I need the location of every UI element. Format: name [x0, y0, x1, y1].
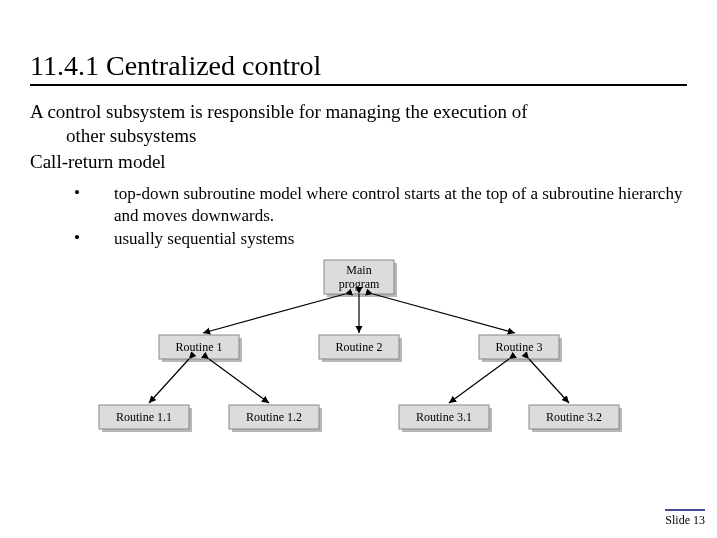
node-r3: Routine 3 — [495, 340, 542, 354]
para1-l1: A control subsystem is responsible for m… — [30, 101, 528, 122]
node-main-1: Main — [346, 263, 371, 277]
node-main-2: program — [338, 277, 379, 291]
list-item: • usually sequential systems — [74, 228, 687, 249]
bullet-text: top-down subroutine model where control … — [114, 183, 687, 226]
node-r31: Routine 3.1 — [416, 410, 472, 424]
node-r32: Routine 3.2 — [546, 410, 602, 424]
body-para-2: Call-return model — [30, 150, 687, 174]
list-item: • top-down subroutine model where contro… — [74, 183, 687, 226]
node-r1: Routine 1 — [175, 340, 222, 354]
slide-title: 11.4.1 Centralized control — [30, 50, 687, 86]
node-r2: Routine 2 — [335, 340, 382, 354]
hierarchy-diagram: Main program Routine 1 Routine 2 Routine… — [69, 255, 649, 445]
svg-line-20 — [209, 359, 269, 403]
node-r11: Routine 1.1 — [116, 410, 172, 424]
body-para-1: A control subsystem is responsible for m… — [30, 100, 687, 148]
slide-number: Slide 13 — [665, 509, 705, 528]
svg-line-18 — [373, 294, 515, 333]
svg-line-22 — [529, 359, 569, 403]
bullet-list: • top-down subroutine model where contro… — [74, 183, 687, 249]
bullet-mark: • — [74, 183, 114, 226]
bullet-text: usually sequential systems — [114, 228, 687, 249]
bullet-mark: • — [74, 228, 114, 249]
node-r12: Routine 1.2 — [246, 410, 302, 424]
svg-line-16 — [203, 294, 345, 333]
svg-line-19 — [149, 359, 189, 403]
svg-line-21 — [449, 359, 509, 403]
para1-l2: other subsystems — [30, 124, 687, 148]
